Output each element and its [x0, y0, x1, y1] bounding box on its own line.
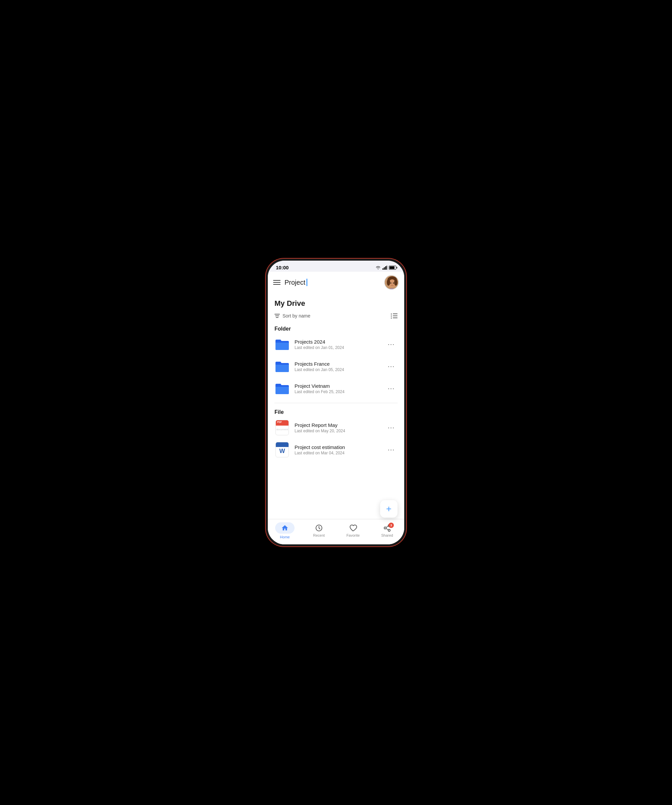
- svg-point-7: [387, 279, 390, 286]
- item-info: Project cost estimation Last edited on M…: [295, 444, 380, 455]
- svg-point-15: [384, 527, 386, 529]
- item-info: Project Report May Last edited on May 20…: [295, 422, 380, 433]
- phone-screen: 10:00: [268, 261, 404, 544]
- list-item[interactable]: Projects France Last edited on Jan 05, 2…: [268, 355, 404, 378]
- item-date: Last edited on Mar 04, 2024: [295, 451, 380, 455]
- battery-icon: [389, 266, 396, 269]
- status-bar: 10:00: [268, 261, 404, 272]
- more-options-button[interactable]: ···: [385, 340, 398, 349]
- favorite-icon: [349, 524, 357, 532]
- nav-item-shared[interactable]: 3 Shared: [370, 524, 404, 537]
- list-item[interactable]: Projects 2024 Last edited on Jan 01, 202…: [268, 333, 404, 355]
- recent-icon-wrap: [315, 524, 323, 532]
- avatar-svg: [385, 276, 399, 290]
- list-item[interactable]: W Project cost estimation Last edited on…: [268, 439, 404, 461]
- nav-item-home[interactable]: Home: [268, 522, 302, 539]
- sort-bar: Sort by name: [268, 311, 404, 323]
- svg-rect-3: [387, 266, 387, 269]
- svg-point-16: [388, 529, 390, 531]
- phone-frame: 10:00: [266, 259, 406, 546]
- section-title: My Drive: [268, 293, 404, 311]
- file-category-label: File: [268, 406, 404, 417]
- sort-label: Sort by name: [282, 313, 310, 319]
- list-view-button[interactable]: [391, 314, 398, 319]
- nav-label-recent: Recent: [313, 533, 325, 537]
- list-item[interactable]: Project Vietnam Last edited on Feb 25, 2…: [268, 378, 404, 399]
- nav-item-favorite[interactable]: Favorite: [336, 524, 370, 537]
- item-info: Projects France Last edited on Jan 05, 2…: [295, 361, 380, 372]
- more-options-button[interactable]: ···: [385, 445, 398, 455]
- bottom-nav: Home Recent Favorite: [268, 519, 404, 544]
- avatar-image: [385, 276, 398, 289]
- svg-point-11: [390, 283, 392, 284]
- more-options-button[interactable]: ···: [385, 423, 398, 433]
- item-name: Projects 2024: [295, 339, 380, 345]
- item-info: Projects 2024 Last edited on Jan 01, 202…: [295, 339, 380, 350]
- section-divider: [274, 403, 398, 403]
- plus-icon: +: [386, 504, 392, 514]
- text-cursor: [306, 279, 307, 286]
- search-text: Project: [285, 279, 305, 286]
- shared-badge: 3: [388, 522, 394, 528]
- folder-category-label: Folder: [268, 323, 404, 333]
- home-icon-wrap: [275, 522, 295, 534]
- sort-button[interactable]: Sort by name: [274, 313, 310, 319]
- item-info: Project Vietnam Last edited on Feb 25, 2…: [295, 383, 380, 394]
- item-name: Projects France: [295, 361, 380, 367]
- search-input[interactable]: Project: [285, 279, 380, 286]
- wifi-icon: [375, 266, 381, 269]
- status-time: 10:00: [276, 264, 288, 270]
- list-item[interactable]: PDF document Project Report May Last edi…: [268, 417, 404, 439]
- item-name: Project cost estimation: [295, 444, 380, 450]
- nav-label-favorite: Favorite: [346, 533, 360, 537]
- signal-icon: [382, 266, 387, 269]
- more-options-button[interactable]: ···: [385, 362, 398, 371]
- folder-svg: [274, 360, 290, 373]
- nav-label-home: Home: [280, 535, 290, 539]
- svg-rect-0: [382, 268, 384, 269]
- svg-point-8: [394, 279, 398, 286]
- sort-icon: [274, 314, 280, 318]
- item-date: Last edited on Feb 25, 2024: [295, 389, 380, 394]
- folder-icon: [274, 337, 290, 352]
- favorite-icon-wrap: [349, 524, 357, 532]
- nav-item-recent[interactable]: Recent: [302, 524, 336, 537]
- nav-label-shared: Shared: [381, 533, 393, 537]
- pdf-file-icon: PDF document: [274, 420, 290, 435]
- item-name: Project Vietnam: [295, 383, 380, 389]
- shared-icon-wrap: 3: [383, 524, 391, 532]
- folder-icon: [274, 359, 290, 374]
- svg-rect-1: [384, 267, 385, 269]
- more-options-button[interactable]: ···: [385, 384, 398, 393]
- add-new-button[interactable]: +: [380, 500, 398, 518]
- recent-icon: [315, 524, 323, 532]
- item-date: Last edited on Jan 05, 2024: [295, 367, 380, 372]
- folder-svg: [274, 338, 290, 351]
- word-file-icon: W: [274, 442, 290, 457]
- item-date: Last edited on May 20, 2024: [295, 429, 380, 433]
- avatar[interactable]: [384, 275, 399, 290]
- item-date: Last edited on Jan 01, 2024: [295, 345, 380, 350]
- item-name: Project Report May: [295, 422, 380, 428]
- hamburger-menu-button[interactable]: [273, 280, 280, 285]
- svg-rect-2: [385, 266, 386, 269]
- status-icons: [375, 266, 396, 269]
- folder-icon: [274, 381, 290, 396]
- svg-line-18: [386, 526, 388, 527]
- svg-point-12: [393, 283, 394, 284]
- home-icon: [281, 524, 288, 532]
- header-bar: Project: [268, 272, 404, 293]
- svg-line-17: [386, 528, 388, 530]
- folder-svg: [274, 382, 290, 395]
